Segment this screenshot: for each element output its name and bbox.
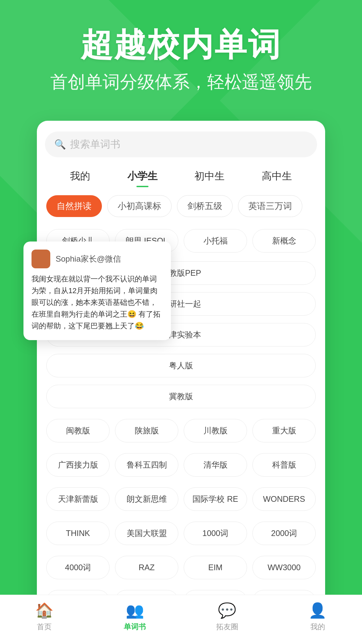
book-chuan-jiao[interactable]: 川教版 [184, 419, 247, 442]
comment-avatar [32, 250, 50, 268]
search-input-placeholder: 搜索单词书 [70, 138, 120, 151]
filter-chips: 自然拼读 小初高课标 剑桥五级 英语三万词 [45, 194, 317, 220]
nav-mine-label: 我的 [310, 622, 325, 632]
main-card: 🔍 搜索单词书 我的 小学生 初中生 高中生 自然拼读 小初高课标 剑桥五级 英… [37, 121, 325, 644]
book-guangxi[interactable]: 广西接力版 [46, 453, 110, 477]
header-section: 超越校内单词 首创单词分级体系，轻松遥遥领先 [0, 0, 362, 107]
wordbook-grid-s2: 闽教版 陕旅版 川教版 重大版 [45, 416, 317, 445]
chip-cambridge[interactable]: 剑桥五级 [177, 195, 233, 217]
nav-wordbook-label: 单词书 [124, 622, 146, 632]
nav-community[interactable]: 💬 拓友圈 [216, 602, 238, 632]
nav-home[interactable]: 🏠 首页 [35, 602, 54, 632]
sub-title: 首创单词分级体系，轻松遥遥领先 [20, 70, 342, 94]
tabs-row: 我的 小学生 初中生 高中生 [45, 167, 317, 186]
nav-home-icon: 🏠 [35, 602, 54, 619]
book-min-jiao[interactable]: 闽教版 [46, 419, 110, 442]
search-bar[interactable]: 🔍 搜索单词书 [45, 131, 317, 157]
tab-middle[interactable]: 初中生 [188, 167, 231, 186]
book-us-league[interactable]: 美国大联盟 [115, 522, 178, 545]
book-ww3000[interactable]: WW3000 [252, 556, 316, 579]
tab-mine[interactable]: 我的 [63, 167, 97, 186]
comment-text: 我闺女现在就以背一个我不认识的单词为荣，自从12月开始用拓词，单词量肉眼可以的涨… [32, 273, 163, 332]
book-yue-ren[interactable]: 粤人版 [46, 354, 316, 377]
nav-community-label: 拓友圈 [216, 622, 238, 632]
book-shan-lv[interactable]: 陕旅版 [115, 419, 178, 442]
book-eim[interactable]: EIM [184, 556, 247, 579]
nav-wordbook-icon: 👥 [126, 602, 144, 619]
book-think[interactable]: THINK [46, 522, 110, 545]
chip-phonics[interactable]: 自然拼读 [46, 195, 102, 217]
wordbook-grid-s5: THINK 美国大联盟 1000词 2000词 [45, 519, 317, 548]
book-lu-ke[interactable]: 鲁科五四制 [115, 453, 178, 477]
bottom-nav: 🏠 首页 👥 单词书 💬 拓友圈 👤 我的 [0, 595, 362, 644]
book-langwen[interactable]: 朗文新思维 [115, 487, 178, 511]
search-icon: 🔍 [54, 139, 66, 150]
book-raz[interactable]: RAZ [115, 556, 178, 579]
book-ke-pu[interactable]: 科普版 [252, 453, 316, 477]
chip-curriculum[interactable]: 小初高课标 [107, 195, 172, 217]
book-intl-school[interactable]: 国际学校 RE [184, 487, 247, 511]
main-title: 超越校内单词 [20, 27, 342, 62]
book-chong-da[interactable]: 重大版 [252, 419, 316, 442]
comment-author: Sophia家长@微信 [56, 254, 121, 264]
nav-home-label: 首页 [37, 622, 52, 632]
nav-mine-icon: 👤 [308, 602, 327, 619]
book-2000[interactable]: 2000词 [252, 522, 316, 545]
book-toefl-jr[interactable]: 小托福 [184, 229, 247, 253]
book-1000[interactable]: 1000词 [184, 522, 247, 545]
book-ji-jiao[interactable]: 冀教版 [46, 385, 316, 408]
nav-wordbook[interactable]: 👥 单词书 [124, 602, 146, 632]
comment-card: Sophia家长@微信 我闺女现在就以背一个我不认识的单词为荣，自从12月开始用… [23, 241, 171, 340]
wordbook-grid-s4: 天津新蕾版 朗文新思维 国际学校 RE WONDERS [45, 485, 317, 514]
book-tianjin[interactable]: 天津新蕾版 [46, 487, 110, 511]
book-4000[interactable]: 4000词 [46, 556, 110, 579]
tab-high[interactable]: 高中生 [255, 167, 299, 186]
book-wonders[interactable]: WONDERS [252, 487, 316, 511]
nav-community-icon: 💬 [218, 602, 236, 619]
tab-primary[interactable]: 小学生 [121, 167, 164, 186]
book-qinghua[interactable]: 清华版 [184, 453, 247, 477]
comment-header: Sophia家长@微信 [32, 250, 163, 268]
wordbook-grid-s6: 4000词 RAZ EIM WW3000 [45, 553, 317, 582]
wordbook-grid-s3: 广西接力版 鲁科五四制 清华版 科普版 [45, 450, 317, 479]
chip-30k[interactable]: 英语三万词 [238, 195, 302, 217]
nav-mine[interactable]: 👤 我的 [308, 602, 327, 632]
book-new-concept[interactable]: 新概念 [252, 229, 316, 253]
